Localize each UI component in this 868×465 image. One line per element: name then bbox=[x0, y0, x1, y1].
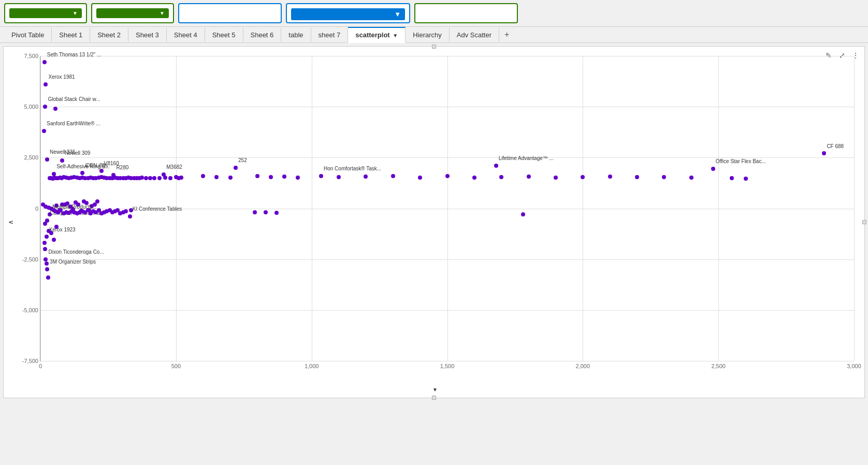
data-point bbox=[43, 105, 47, 109]
data-point bbox=[689, 176, 693, 180]
y-tick-label: 0 bbox=[35, 206, 38, 212]
data-point-label: R280 bbox=[116, 165, 128, 170]
data-point bbox=[152, 176, 156, 180]
grid-line-v bbox=[718, 56, 719, 361]
data-point bbox=[228, 176, 233, 180]
tab-sheet-4[interactable]: Sheet 4 bbox=[167, 28, 205, 42]
data-point-label: Office Star Flex Bac... bbox=[716, 158, 766, 164]
data-point bbox=[445, 174, 450, 178]
x-tick-label: 1,000 bbox=[305, 363, 319, 369]
chart-container: ✎ ⤢ ⋮ ∧ 7,5005,0002,5000-2,500-5,000-7,5… bbox=[3, 46, 865, 398]
data-point bbox=[391, 174, 395, 178]
resize-handle-right[interactable] bbox=[862, 220, 866, 224]
y-tick-label: 5,000 bbox=[24, 104, 38, 110]
scatterplot-dropdown-icon: ▼ bbox=[393, 33, 398, 38]
data-point bbox=[214, 175, 219, 179]
data-point bbox=[554, 176, 558, 180]
data-point bbox=[608, 175, 612, 179]
tab-hierarchy[interactable]: Hierarchy bbox=[406, 28, 450, 42]
data-point bbox=[129, 208, 133, 212]
size-pill[interactable] bbox=[414, 3, 518, 23]
data-point bbox=[319, 174, 323, 178]
data-point-label: Xerox 1981 bbox=[48, 74, 75, 80]
tab-sheet-7[interactable]: sheet 7 bbox=[311, 28, 349, 42]
data-point bbox=[144, 176, 148, 180]
y-tick-label: -2,500 bbox=[22, 256, 38, 263]
data-point bbox=[45, 235, 49, 239]
data-point-label: Self-Adhesive Ring B... bbox=[56, 164, 110, 169]
data-point bbox=[124, 209, 128, 213]
data-point bbox=[44, 82, 48, 86]
data-point-label: CF 688 bbox=[827, 143, 844, 149]
data-point bbox=[44, 257, 48, 261]
scatter-plot-area: 7,5005,0002,5000-2,500-5,000-7,50005001,… bbox=[40, 56, 854, 361]
data-point bbox=[43, 247, 47, 251]
data-point bbox=[494, 164, 498, 168]
data-point bbox=[282, 175, 286, 179]
data-point-label: Sanford EarthWrite® ... bbox=[47, 121, 100, 126]
resize-handle-bottom[interactable] bbox=[432, 396, 436, 400]
y-axis-pill[interactable]: ▼ bbox=[91, 3, 174, 23]
grid-line-h bbox=[40, 361, 854, 361]
x-tick-label: 500 bbox=[171, 363, 181, 369]
data-point bbox=[46, 275, 50, 280]
color-pill[interactable] bbox=[178, 3, 282, 23]
x-axis-chevron-icon: ▼ bbox=[73, 10, 78, 16]
tab-bar: Pivot Table Sheet 1 Sheet 2 Sheet 3 Shee… bbox=[0, 27, 868, 43]
data-point bbox=[255, 174, 259, 178]
data-point bbox=[822, 151, 826, 155]
data-point bbox=[201, 174, 205, 178]
data-point bbox=[499, 175, 503, 179]
data-point bbox=[274, 211, 279, 215]
tab-sheet-3[interactable]: Sheet 3 bbox=[128, 28, 167, 42]
data-point-label: KI Conference Tables bbox=[133, 206, 182, 212]
x-tick-label: 2,500 bbox=[711, 363, 726, 369]
tab-sheet-1[interactable]: Sheet 1 bbox=[52, 28, 90, 42]
data-point-label: Global Stack Chair w... bbox=[48, 96, 100, 102]
data-point bbox=[527, 175, 531, 179]
data-point bbox=[581, 175, 585, 179]
x-axis-value[interactable]: ▼ bbox=[9, 8, 82, 18]
data-point bbox=[744, 177, 748, 181]
label-value[interactable]: ▼ bbox=[291, 8, 405, 20]
size-placeholder bbox=[419, 8, 513, 10]
x-axis-pill[interactable]: ▼ bbox=[4, 3, 87, 23]
tab-adv-scatter[interactable]: Adv Scatter bbox=[450, 28, 499, 42]
data-point bbox=[711, 167, 715, 171]
y-tick-label: -7,500 bbox=[22, 358, 38, 364]
data-point-label: 3M Organizer Strips bbox=[50, 259, 96, 265]
tab-sheet-6[interactable]: Sheet 6 bbox=[243, 28, 282, 42]
data-point bbox=[95, 199, 99, 204]
data-point bbox=[128, 214, 132, 219]
data-point bbox=[99, 169, 104, 173]
y-axis-chevron-icon: ▼ bbox=[160, 10, 165, 16]
data-point bbox=[43, 222, 47, 226]
data-point bbox=[521, 212, 525, 216]
y-axis-value[interactable]: ▼ bbox=[96, 8, 169, 18]
tab-sheet-2[interactable]: Sheet 2 bbox=[90, 28, 128, 42]
x-axis-chart-label: ▼ bbox=[430, 387, 438, 393]
data-point-label: 252 bbox=[238, 157, 247, 163]
tab-table[interactable]: table bbox=[281, 28, 311, 42]
data-point-label: Dixon Ticonderoga Co... bbox=[48, 249, 104, 255]
add-tab-button[interactable]: + bbox=[499, 27, 514, 42]
data-point bbox=[80, 171, 84, 175]
x-tick-label: 3,000 bbox=[847, 363, 861, 369]
y-axis-chart-label: ∧ bbox=[7, 220, 15, 225]
tab-pivot-table[interactable]: Pivot Table bbox=[4, 28, 52, 42]
data-point bbox=[42, 60, 47, 64]
y-tick-label: 7,500 bbox=[24, 53, 38, 59]
data-point bbox=[45, 157, 49, 162]
tab-sheet-5[interactable]: Sheet 5 bbox=[205, 28, 243, 42]
tab-scatterplot[interactable]: scatterplot ▼ bbox=[348, 27, 406, 43]
data-point bbox=[296, 176, 300, 180]
data-point bbox=[163, 176, 167, 180]
data-point bbox=[730, 176, 734, 180]
data-point bbox=[662, 175, 666, 179]
data-point bbox=[140, 176, 144, 180]
data-point bbox=[179, 176, 183, 180]
resize-handle-top[interactable] bbox=[432, 45, 436, 49]
label-pill[interactable]: ▼ bbox=[286, 3, 410, 23]
grid-line-v bbox=[854, 56, 855, 361]
label-chevron-icon: ▼ bbox=[394, 10, 401, 18]
